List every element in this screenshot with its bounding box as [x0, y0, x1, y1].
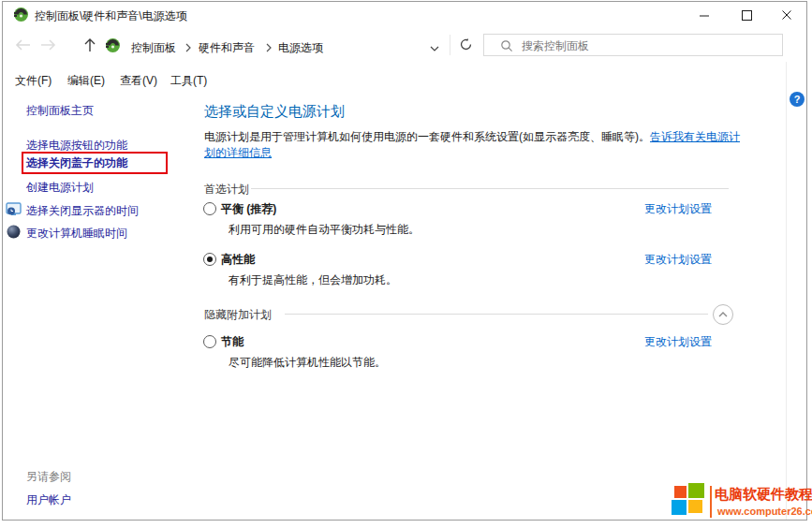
section-title-preferred-plans: 首选计划 [204, 182, 249, 198]
help-button[interactable]: ? [790, 92, 805, 107]
window-title: 控制面板\硬件和声音\电源选项 [35, 8, 187, 24]
sidebar-item-home[interactable]: 控制面板主页 [26, 103, 94, 119]
menu-file[interactable]: 文件(F) [15, 73, 52, 89]
collapse-section-button[interactable] [713, 304, 733, 325]
close-button[interactable] [779, 7, 794, 22]
intro-paragraph: 电源计划是用于管理计算机如何使用电源的一套硬件和系统设置(如显示器亮度、睡眠等)… [204, 129, 749, 161]
breadcrumb-item-hardware-sound[interactable]: 硬件和声音 [199, 40, 255, 56]
refresh-icon[interactable] [459, 37, 473, 54]
forward-icon[interactable] [39, 38, 58, 54]
menu-tools[interactable]: 工具(T) [170, 73, 207, 89]
sidebar-item-sleep-time[interactable]: 更改计算机睡眠时间 [26, 226, 127, 242]
power-options-icon [13, 7, 29, 25]
breadcrumb-root-icon[interactable] [105, 37, 121, 56]
sidebar-item-lid-close[interactable]: 选择关闭盖子的功能 [26, 155, 127, 171]
power-meter-icon [7, 225, 21, 242]
search-icon [500, 39, 513, 55]
breadcrumb-item-power-options[interactable]: 电源选项 [278, 40, 323, 56]
sidebar-item-user-accounts[interactable]: 用户帐户 [26, 492, 71, 508]
radio-high-performance[interactable] [203, 253, 216, 266]
plan-name-high-performance[interactable]: 高性能 [221, 252, 255, 268]
section-divider [251, 188, 729, 189]
see-also-header: 另请参阅 [26, 469, 71, 485]
intro-text: 电源计划是用于管理计算机如何使用电源的一套硬件和系统设置(如显示器亮度、睡眠等)… [204, 130, 650, 143]
sidebar-item-display-off-time[interactable]: 选择关闭显示器的时间 [26, 203, 139, 219]
menu-edit[interactable]: 编辑(E) [67, 73, 105, 89]
menu-view[interactable]: 查看(V) [120, 73, 157, 89]
watermark-site-name: 电脑软硬件教程网 [715, 486, 812, 504]
breadcrumb-separator-icon [265, 42, 273, 55]
plan-desc-power-saver: 尽可能降低计算机性能以节能。 [229, 355, 386, 371]
content-right-divider [786, 62, 787, 520]
watermark-divider [710, 486, 712, 518]
change-plan-settings-link-high-performance[interactable]: 更改计划设置 [644, 252, 712, 268]
change-plan-settings-link-balanced[interactable]: 更改计划设置 [644, 201, 712, 217]
maximize-button[interactable] [739, 7, 754, 22]
section-divider [285, 314, 708, 315]
back-icon[interactable] [13, 38, 32, 54]
plan-name-power-saver[interactable]: 节能 [221, 334, 244, 350]
watermark-site-url: www.computer26.com [717, 506, 812, 517]
change-plan-settings-link-power-saver[interactable]: 更改计划设置 [644, 334, 712, 350]
radio-balanced[interactable] [203, 202, 216, 215]
breadcrumb-item-control-panel[interactable]: 控制面板 [131, 40, 176, 56]
watermark-logo-icon [671, 482, 706, 521]
search-box [483, 34, 783, 56]
plan-desc-balanced: 利用可用的硬件自动平衡功耗与性能。 [229, 222, 420, 238]
minimize-button[interactable] [697, 7, 712, 22]
display-clock-icon [6, 202, 22, 220]
breadcrumb-separator-icon [185, 42, 192, 55]
search-input[interactable] [520, 37, 776, 55]
plan-name-balanced[interactable]: 平衡 (推荐) [221, 201, 276, 217]
sidebar-item-power-buttons[interactable]: 选择电源按钮的功能 [26, 138, 127, 154]
page-title: 选择或自定义电源计划 [204, 103, 345, 121]
sidebar-item-create-plan[interactable]: 创建电源计划 [26, 180, 94, 196]
toolbar-divider [450, 35, 450, 55]
radio-power-saver[interactable] [203, 335, 216, 348]
plan-desc-high-performance: 有利于提高性能，但会增加功耗。 [229, 272, 397, 288]
address-dropdown-icon[interactable] [429, 42, 440, 55]
section-title-hide-additional-plans: 隐藏附加计划 [204, 307, 272, 323]
up-icon[interactable] [82, 37, 97, 56]
